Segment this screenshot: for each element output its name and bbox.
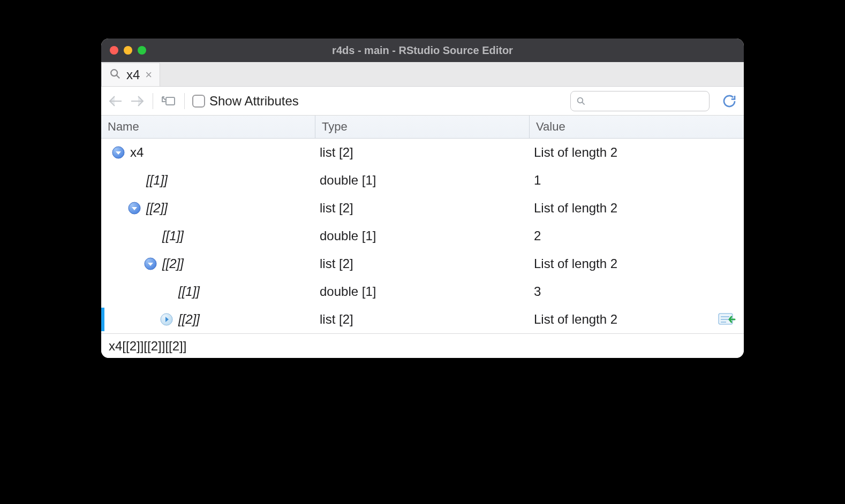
traffic-lights [110, 46, 146, 55]
name-cell: [[2]] [101, 312, 315, 327]
close-tab-icon[interactable]: × [145, 68, 152, 82]
column-type[interactable]: Type [315, 116, 530, 138]
svg-point-3 [578, 97, 583, 103]
tree-row[interactable]: [[2]]list [2]List of length 2 [101, 306, 744, 333]
row-type: list [2] [315, 145, 530, 160]
expand-icon[interactable] [160, 313, 173, 326]
svg-line-4 [582, 102, 584, 104]
row-value: List of length 2 [530, 201, 710, 216]
name-cell: [[2]] [101, 201, 315, 216]
footer: x4[[2]][[2]][[2]] [101, 333, 744, 358]
column-name[interactable]: Name [101, 116, 315, 138]
send-to-console-button[interactable] [718, 312, 736, 327]
collapse-icon[interactable] [128, 202, 141, 215]
back-button[interactable] [108, 94, 124, 108]
row-label: [[2]] [162, 256, 184, 271]
selection-path: x4[[2]][[2]][[2]] [109, 339, 186, 354]
forward-button[interactable] [129, 94, 145, 108]
row-label: [[1]] [178, 284, 200, 299]
row-value: List of length 2 [530, 256, 710, 271]
show-attributes-checkbox[interactable]: Show Attributes [192, 94, 299, 109]
tree-row[interactable]: [[1]]double [1]1 [101, 166, 744, 194]
close-window-icon[interactable] [110, 46, 118, 55]
name-cell: [[1]] [101, 228, 315, 243]
refresh-button[interactable] [721, 93, 737, 109]
tab-x4[interactable]: x4 × [101, 63, 160, 86]
row-value: 2 [530, 228, 710, 243]
titlebar: r4ds - main - RStudio Source Editor [101, 39, 744, 62]
name-cell: [[2]] [101, 256, 315, 271]
column-value[interactable]: Value [530, 116, 744, 138]
toolbar: Show Attributes [101, 87, 744, 116]
row-type: double [1] [315, 228, 530, 243]
row-value: List of length 2 [530, 312, 710, 327]
row-value: 3 [530, 284, 710, 299]
search-field[interactable] [590, 95, 704, 106]
name-cell: [[1]] [101, 284, 315, 299]
collapse-icon[interactable] [112, 146, 125, 159]
row-value: List of length 2 [530, 145, 710, 160]
toggle-placeholder [128, 174, 141, 187]
svg-line-1 [117, 75, 120, 78]
window: r4ds - main - RStudio Source Editor x4 ×… [101, 39, 744, 358]
checkbox-box[interactable] [192, 95, 205, 108]
search-input[interactable] [570, 91, 710, 111]
toggle-placeholder [160, 285, 173, 298]
separator [153, 93, 153, 109]
row-type: list [2] [315, 201, 530, 216]
tree-row[interactable]: [[1]]double [1]2 [101, 222, 744, 250]
row-label: [[1]] [162, 228, 184, 243]
svg-rect-2 [166, 97, 175, 105]
search-icon [576, 96, 586, 106]
row-value: 1 [530, 173, 710, 188]
toggle-placeholder [144, 230, 157, 242]
search-icon [109, 68, 121, 82]
column-headers: Name Type Value [101, 116, 744, 139]
tree-row[interactable]: [[2]]list [2]List of length 2 [101, 194, 744, 222]
tree-row[interactable]: [[2]]list [2]List of length 2 [101, 250, 744, 278]
popout-button[interactable] [161, 94, 177, 108]
svg-point-0 [111, 70, 117, 76]
row-label: [[2]] [178, 312, 200, 327]
name-cell: x4 [101, 145, 315, 160]
show-attributes-label: Show Attributes [209, 94, 299, 109]
minimize-window-icon[interactable] [124, 46, 132, 55]
tree-row[interactable]: [[1]]double [1]3 [101, 278, 744, 306]
tree-row[interactable]: x4list [2]List of length 2 [101, 139, 744, 166]
row-type: list [2] [315, 312, 530, 327]
row-label: [[1]] [146, 173, 168, 188]
zoom-window-icon[interactable] [138, 46, 146, 55]
window-title: r4ds - main - RStudio Source Editor [101, 44, 744, 57]
tree: x4list [2]List of length 2[[1]]double [1… [101, 139, 744, 333]
row-type: list [2] [315, 256, 530, 271]
collapse-icon[interactable] [144, 257, 157, 270]
row-label: x4 [130, 145, 144, 160]
tabbar: x4 × [101, 62, 744, 87]
separator [184, 93, 185, 109]
row-label: [[2]] [146, 201, 168, 216]
row-type: double [1] [315, 173, 530, 188]
row-type: double [1] [315, 284, 530, 299]
name-cell: [[1]] [101, 173, 315, 188]
tab-label: x4 [126, 67, 140, 82]
